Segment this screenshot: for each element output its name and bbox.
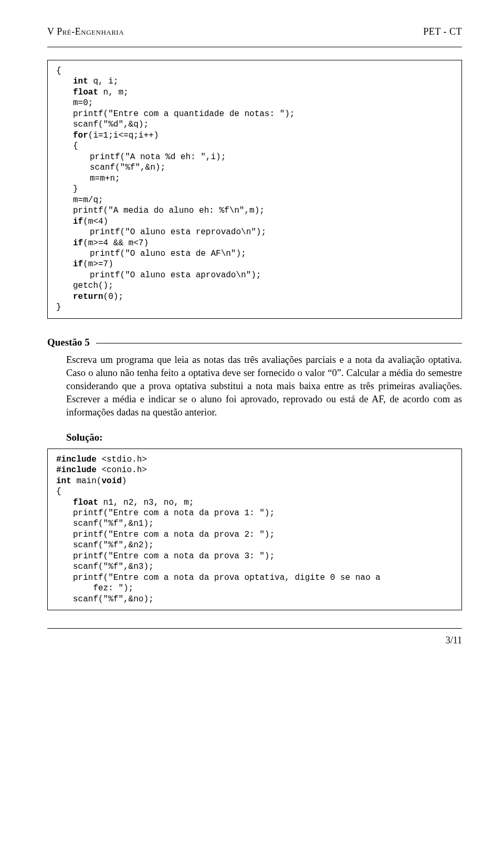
footer-rule — [47, 628, 462, 629]
code-kw: float — [73, 88, 98, 97]
code-line: m=m+n; — [56, 173, 453, 184]
code-line: printf("O aluno esta aprovado\n"); — [56, 270, 453, 280]
code-kw: float — [73, 498, 98, 507]
code-text: (m>=4 && m<7) — [83, 238, 149, 248]
code-text: <conio.h> — [97, 465, 147, 475]
code-kw: int — [56, 476, 71, 486]
code-kw: #include — [56, 455, 97, 464]
code-text: n1, n2, n3, no, m; — [98, 498, 194, 507]
code-line: printf("Entre com a nota da prova optati… — [56, 572, 453, 583]
code-line: } — [56, 302, 453, 312]
question-heading-row: Questão 5 — [47, 337, 462, 348]
code-line: } — [56, 184, 453, 194]
question-label: Questão 5 — [47, 337, 90, 348]
code-line: float n, m; — [56, 87, 453, 98]
code-line: scanf("%d",&q); — [56, 119, 453, 130]
code-text: q, i; — [88, 77, 119, 86]
code-line: for(i=1;i<=q;i++) — [56, 130, 453, 141]
code-line: if(m>=7) — [56, 259, 453, 269]
code-kw: #include — [56, 465, 97, 475]
page-number: 3/11 — [47, 635, 462, 646]
code-text: (m>=7) — [83, 259, 113, 269]
code-kw: void — [101, 476, 121, 486]
code-block-2: #include <stdio.h> #include <conio.h> in… — [47, 449, 462, 611]
code-line: scanf("%f",&n2); — [56, 540, 453, 550]
code-block-1: { int q, i; float n, m; m=0; printf("Ent… — [47, 60, 462, 319]
code-kw: if — [73, 259, 83, 269]
question-body: Escreva um programa que leia as notas da… — [47, 353, 462, 419]
header-left: V Pré-Engenharia — [47, 26, 124, 37]
code-line: #include <stdio.h> — [56, 454, 453, 465]
code-line: fez: "); — [56, 583, 453, 593]
code-line: printf("Entre com a nota da prova 2: "); — [56, 529, 453, 540]
code-line: scanf("%f",&no); — [56, 594, 453, 605]
code-line: scanf("%f",&n); — [56, 162, 453, 173]
code-kw: return — [73, 292, 103, 301]
header-rule — [47, 47, 462, 47]
code-text: n, m; — [98, 88, 129, 97]
code-line: printf("Entre com a nota da prova 1: "); — [56, 508, 453, 518]
code-line: m=0; — [56, 98, 453, 108]
header-right: PET - CT — [423, 26, 462, 37]
code-line: { — [56, 141, 453, 151]
code-text: (i=1;i<=q;i++) — [88, 131, 159, 140]
code-kw: for — [73, 131, 88, 140]
code-text: main( — [71, 476, 102, 486]
code-line: printf("O aluno esta de AF\n"); — [56, 248, 453, 259]
code-line: int q, i; — [56, 76, 453, 87]
code-line: m=m/q; — [56, 195, 453, 205]
code-line: printf("O aluno esta reprovado\n"); — [56, 227, 453, 237]
code-line: getch(); — [56, 280, 453, 291]
code-line: scanf("%f",&n1); — [56, 518, 453, 529]
code-line: int main(void) — [56, 476, 453, 486]
code-line: if(m<4) — [56, 216, 453, 227]
code-line: printf("Entre com a quantidade de notas:… — [56, 109, 453, 119]
code-line: float n1, n2, n3, no, m; — [56, 497, 453, 508]
code-line: { — [56, 486, 453, 497]
code-line: printf("A nota %d eh: ",i); — [56, 152, 453, 162]
code-line: return(0); — [56, 291, 453, 302]
code-text: <stdio.h> — [97, 455, 147, 464]
code-line: if(m>=4 && m<7) — [56, 238, 453, 248]
code-kw: int — [73, 77, 88, 86]
code-text: (m<4) — [83, 217, 108, 226]
code-text: ) — [122, 476, 127, 486]
code-line: printf("Entre com a nota da prova 3: "); — [56, 551, 453, 561]
code-line: scanf("%f",&n3); — [56, 561, 453, 572]
code-kw: if — [73, 238, 83, 248]
code-line: { — [56, 66, 453, 76]
code-kw: if — [73, 217, 83, 226]
code-line: printf("A media do aluno eh: %f\n",m); — [56, 205, 453, 216]
code-line: #include <conio.h> — [56, 465, 453, 475]
page-header: V Pré-Engenharia PET - CT — [47, 26, 462, 37]
question-rule — [96, 343, 462, 343]
solution-label: Solução: — [47, 432, 462, 443]
page: V Pré-Engenharia PET - CT { int q, i; fl… — [0, 0, 504, 667]
code-text: (0); — [103, 292, 123, 301]
